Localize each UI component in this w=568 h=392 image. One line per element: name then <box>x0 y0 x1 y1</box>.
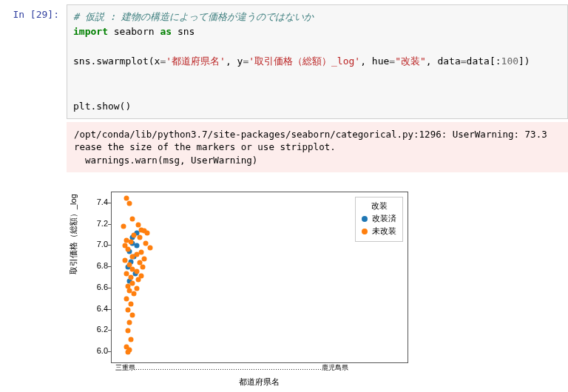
kw-import: import <box>73 26 108 37</box>
data-point <box>126 307 131 312</box>
data-point <box>126 350 131 355</box>
y-tick-label: 7.4 <box>89 198 108 206</box>
data-point <box>135 251 140 257</box>
data-point <box>130 217 135 222</box>
y-tick-label: 6.4 <box>89 305 108 313</box>
data-point <box>124 297 129 302</box>
y-tick-label: 7.0 <box>89 240 108 249</box>
code-input[interactable]: # 仮説 : 建物の構造によって価格が違うのではないか import seabo… <box>67 4 568 119</box>
legend-title: 改装 <box>362 200 396 212</box>
data-point <box>148 246 153 251</box>
data-point <box>127 320 132 325</box>
data-point <box>135 285 140 291</box>
data-point <box>129 337 134 342</box>
y-tick-label: 6.0 <box>89 347 108 355</box>
data-point <box>126 328 131 334</box>
warning-output: /opt/conda/lib/python3.7/site-packages/s… <box>67 122 568 173</box>
data-point <box>141 265 146 270</box>
x-ticks-blurred: 三重県…………………………………………………………………………鹿児島県 <box>115 363 348 373</box>
data-point <box>129 302 134 307</box>
kw-as: as <box>160 26 172 37</box>
input-prompt: In [29]: <box>0 4 67 119</box>
y-tick-label: 6.8 <box>89 262 108 270</box>
legend: 改装 改装済 未改装 <box>355 197 403 242</box>
data-point <box>142 256 147 261</box>
y-tick-label: 6.2 <box>89 325 108 334</box>
data-point <box>139 249 144 254</box>
legend-swatch-icon <box>362 216 368 222</box>
data-point <box>138 234 143 240</box>
data-point <box>124 195 129 200</box>
data-point <box>135 243 140 249</box>
data-point <box>121 224 126 229</box>
data-point <box>126 246 131 251</box>
data-point <box>129 239 134 244</box>
data-point <box>132 232 137 237</box>
x-axis-label: 都道府県名 <box>111 376 407 388</box>
y-tick-label: 7.2 <box>89 220 108 228</box>
data-point <box>130 280 135 285</box>
data-point <box>136 277 141 283</box>
data-point <box>129 275 134 280</box>
legend-swatch-icon <box>362 229 368 234</box>
data-point <box>127 200 132 206</box>
data-point <box>130 312 135 317</box>
legend-label: 未改装 <box>372 226 396 237</box>
plot-output: 改装 改装済 未改装 取引価格（総額）_log 都道府県名 三重県…………………… <box>67 186 422 392</box>
legend-label: 改装済 <box>372 213 396 224</box>
data-point <box>132 291 137 297</box>
y-tick-label: 6.6 <box>89 283 108 291</box>
code-comment: # 仮説 : 建物の構造によって価格が違うのではないか <box>73 11 314 22</box>
legend-item-0: 改装済 <box>362 213 396 224</box>
legend-item-1: 未改装 <box>362 226 396 237</box>
data-point <box>130 254 135 259</box>
data-point <box>136 222 141 227</box>
code-cell: In [29]: # 仮説 : 建物の構造によって価格が違うのではないか imp… <box>0 0 568 119</box>
y-axis-label: 取引価格（総額）_log <box>68 195 79 275</box>
data-point <box>145 231 150 236</box>
plot-axes: 改装 改装済 未改装 <box>111 192 408 363</box>
